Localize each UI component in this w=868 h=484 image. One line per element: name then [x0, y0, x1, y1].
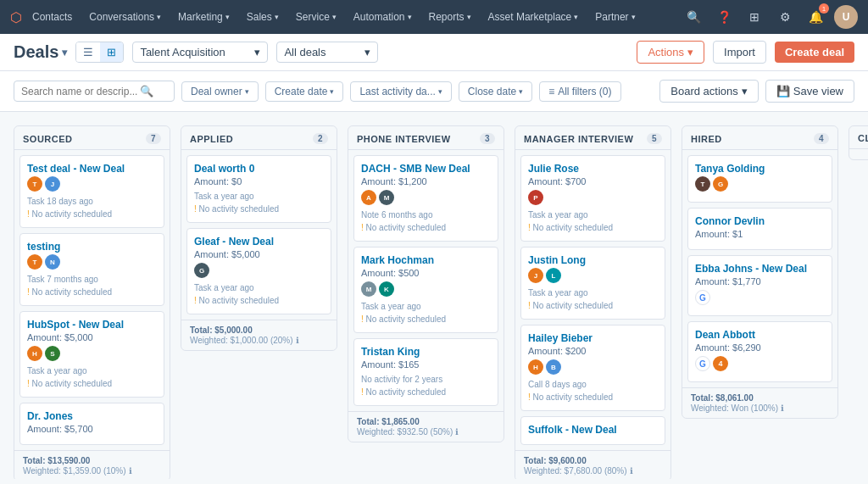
close-date-caret-icon: ▾ [519, 87, 523, 96]
deal-owner-filter[interactable]: Deal owner ▾ [181, 81, 259, 102]
column-count-sourced: 7 [146, 133, 161, 144]
column-title-closing: CLOSI... [858, 133, 868, 143]
nav-reports[interactable]: Reports ▾ [422, 8, 478, 26]
last-activity-filter[interactable]: Last activity da... ▾ [350, 81, 451, 102]
info-icon[interactable]: ℹ [129, 466, 132, 476]
apps-icon[interactable]: ⊞ [743, 5, 766, 29]
search-icon[interactable]: 🔍 [682, 5, 705, 29]
nav-conversations[interactable]: Conversations ▾ [82, 8, 168, 26]
column-cards-sourced: Test deal - New Deal TJ Task 18 days ago… [14, 150, 170, 450]
avatar: N [45, 254, 60, 270]
deal-name[interactable]: Mark Hochman [361, 254, 491, 266]
deal-name[interactable]: HubSpot - New Deal [27, 319, 157, 331]
deal-card[interactable]: Justin Long JL Task a year ago! No activ… [520, 247, 665, 320]
close-date-filter[interactable]: Close date ▾ [459, 81, 532, 102]
import-button[interactable]: Import [713, 41, 766, 64]
deal-card[interactable]: DACH - SMB New Deal Amount: $1,200 AM No… [353, 155, 498, 242]
nav-contacts[interactable]: Contacts [25, 8, 79, 26]
column-weighted: Weighted: $1,359.00 (10%) ℹ [23, 466, 161, 476]
column-cards-manager-interview: Julie Rose Amount: $700 P Task a year ag… [515, 150, 670, 450]
nav-automation[interactable]: Automation ▾ [347, 8, 419, 26]
deal-name[interactable]: testing [27, 241, 157, 253]
deal-card[interactable]: Connor Devlin Amount: $1 [687, 208, 832, 250]
deal-meta-item: ! No activity scheduled [27, 286, 157, 298]
deal-card[interactable]: Suffolk - New Deal [520, 416, 665, 445]
deal-name[interactable]: Suffolk - New Deal [528, 424, 658, 436]
hubspot-logo-icon[interactable]: ⬡ [10, 9, 22, 25]
deal-amount: Amount: $200 [528, 346, 658, 356]
deal-name[interactable]: Tanya Golding [695, 163, 825, 175]
avatar: J [45, 176, 60, 192]
deal-meta-item: Task a year ago [27, 364, 157, 377]
deal-card[interactable]: Dean Abbott Amount: $6,290 G4 [687, 321, 832, 382]
deal-card[interactable]: Test deal - New Deal TJ Task 18 days ago… [19, 155, 164, 228]
nav-sales[interactable]: Sales ▾ [240, 8, 286, 26]
nav-asset-marketplace[interactable]: Asset Marketplace ▾ [481, 8, 586, 26]
deal-card[interactable]: Hailey Bieber Amount: $200 HB Call 8 day… [520, 325, 665, 411]
user-avatar[interactable]: U [834, 5, 858, 29]
help-icon[interactable]: ❓ [712, 5, 736, 29]
avatar: H [528, 359, 543, 375]
search-box[interactable]: 🔍 [14, 81, 175, 102]
create-date-filter[interactable]: Create date ▾ [265, 81, 344, 102]
filter-lines-icon: ≡ [548, 86, 554, 97]
deal-name[interactable]: Dean Abbott [695, 329, 825, 341]
deal-card[interactable]: Dr. Jones Amount: $5,700 [19, 403, 164, 445]
pipeline-select[interactable]: Talent Acquisition ▾ [132, 42, 268, 63]
deal-name[interactable]: Test deal - New Deal [27, 163, 157, 175]
all-filters-button[interactable]: ≡ All filters (0) [539, 81, 620, 102]
deal-name[interactable]: Tristan King [361, 346, 491, 358]
column-cards-closing [849, 149, 868, 159]
deal-name[interactable]: Hailey Bieber [528, 332, 658, 344]
deal-card[interactable]: testing TN Task 7 months ago! No activit… [19, 233, 164, 306]
deal-card[interactable]: Gleaf - New Deal Amount: $5,000 G Task a… [186, 228, 331, 314]
deal-name[interactable]: Gleaf - New Deal [194, 236, 324, 248]
save-view-button[interactable]: 💾 Save view [765, 80, 854, 103]
deal-name[interactable]: Connor Devlin [695, 215, 825, 227]
deal-meta-item: ! No activity scheduled [528, 299, 658, 312]
deal-amount: Amount: $165 [361, 359, 491, 370]
deal-card[interactable]: Ebba Johns - New Deal Amount: $1,770 G [687, 255, 832, 316]
avatar: J [528, 268, 543, 283]
deal-card[interactable]: Julie Rose Amount: $700 P Task a year ag… [520, 155, 665, 242]
nav-service[interactable]: Service ▾ [289, 8, 343, 26]
info-icon[interactable]: ℹ [781, 403, 784, 413]
list-view-button[interactable]: ☰ [76, 42, 100, 62]
board-view-button[interactable]: ⊞ [100, 42, 123, 62]
deal-name[interactable]: Deal worth 0 [194, 163, 324, 175]
deal-owner-caret-icon: ▾ [245, 87, 249, 96]
board-actions-button[interactable]: Board actions ▾ [659, 80, 759, 103]
deal-name[interactable]: Julie Rose [528, 163, 658, 175]
board-actions-label: Board actions [670, 85, 738, 97]
column-weighted: Weighted: Won (100%) ℹ [691, 403, 829, 413]
deal-name[interactable]: DACH - SMB New Deal [361, 163, 491, 175]
deal-amount: Amount: $700 [528, 176, 658, 186]
settings-icon[interactable]: ⚙ [773, 5, 797, 29]
info-icon[interactable]: ℹ [630, 466, 633, 476]
deal-card[interactable]: Tristan King Amount: $165 No activity fo… [353, 338, 498, 406]
column-weighted: Weighted: $1,000.00 (20%) ℹ [190, 336, 328, 345]
deal-card[interactable]: Deal worth 0 Amount: $0 Task a year ago!… [186, 155, 331, 223]
deal-meta: Note 6 months ago! No activity scheduled [361, 209, 491, 234]
board-actions-caret-icon: ▾ [742, 85, 748, 97]
nav-partner[interactable]: Partner ▾ [588, 8, 642, 26]
deal-card[interactable]: Mark Hochman Amount: $500 MK Task a year… [353, 247, 498, 333]
deal-card[interactable]: HubSpot - New Deal Amount: $5,000 HS Tas… [19, 311, 164, 398]
deal-name[interactable]: Dr. Jones [27, 410, 157, 422]
deal-meta-item: ! No activity scheduled [361, 221, 491, 234]
actions-button[interactable]: Actions ▾ [637, 41, 704, 64]
page-title: Deals ▾ [14, 42, 67, 62]
deal-name[interactable]: Justin Long [528, 254, 658, 266]
deal-avatars: AM [361, 190, 491, 205]
deal-name[interactable]: Ebba Johns - New Deal [695, 263, 825, 275]
info-icon[interactable]: ℹ [455, 427, 459, 437]
create-deal-button[interactable]: Create deal [775, 42, 854, 63]
column-footer-hired: Total: $8,061.00 Weighted: Won (100%) ℹ [682, 387, 837, 418]
nav-marketing[interactable]: Marketing ▾ [171, 8, 236, 26]
deals-dropdown-icon[interactable]: ▾ [62, 47, 67, 58]
notifications-icon[interactable]: 🔔1 [804, 5, 827, 29]
search-input[interactable] [21, 86, 140, 97]
deals-filter-select[interactable]: All deals ▾ [276, 42, 378, 63]
deal-card[interactable]: Tanya Golding TG [687, 155, 832, 203]
info-icon[interactable]: ℹ [296, 336, 299, 345]
